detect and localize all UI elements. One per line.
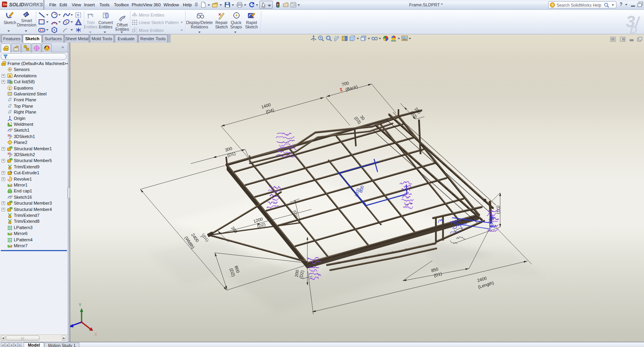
svg-text:?: ? [551, 3, 554, 7]
svg-text:3D: 3D [7, 152, 11, 155]
svg-text:3D: 3D [7, 134, 11, 137]
svg-text:Y: Y [79, 303, 82, 307]
svg-text:X: X [95, 332, 97, 337]
svg-text:A: A [9, 74, 11, 78]
svg-text:Σ: Σ [9, 86, 11, 90]
